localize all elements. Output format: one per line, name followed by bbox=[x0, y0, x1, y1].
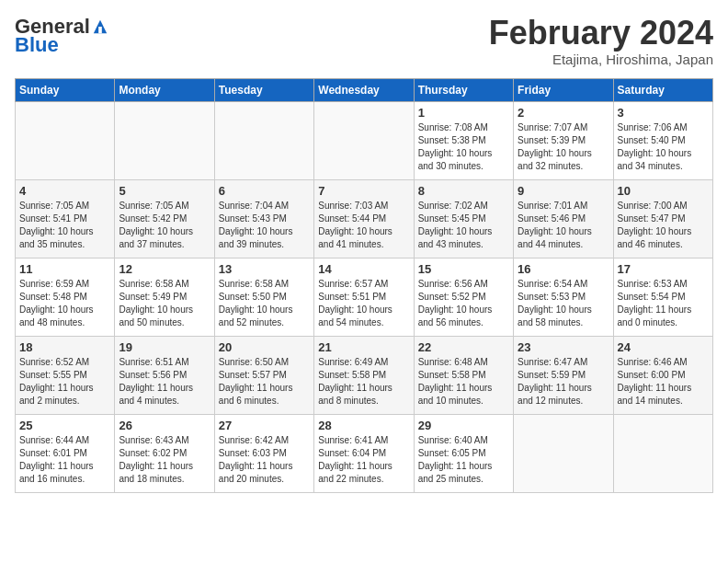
weekday-header-saturday: Saturday bbox=[613, 78, 712, 101]
day-info: Sunrise: 6:54 AM Sunset: 5:53 PM Dayligh… bbox=[518, 278, 609, 329]
day-number: 21 bbox=[318, 340, 409, 354]
calendar-title: February 2024 bbox=[489, 15, 713, 52]
calendar-cell: 28Sunrise: 6:41 AM Sunset: 6:04 PM Dayli… bbox=[314, 414, 414, 492]
day-info: Sunrise: 6:41 AM Sunset: 6:04 PM Dayligh… bbox=[318, 434, 409, 486]
calendar-cell bbox=[214, 101, 313, 179]
day-info: Sunrise: 6:53 AM Sunset: 5:54 PM Dayligh… bbox=[618, 278, 709, 329]
day-info: Sunrise: 6:48 AM Sunset: 5:58 PM Dayligh… bbox=[418, 356, 509, 408]
day-number: 15 bbox=[418, 262, 509, 276]
calendar-week-row: 11Sunrise: 6:59 AM Sunset: 5:48 PM Dayli… bbox=[16, 258, 713, 336]
day-number: 9 bbox=[518, 184, 609, 198]
day-number: 25 bbox=[19, 419, 110, 432]
day-info: Sunrise: 7:00 AM Sunset: 5:47 PM Dayligh… bbox=[618, 200, 709, 251]
calendar-cell: 5Sunrise: 7:05 AM Sunset: 5:42 PM Daylig… bbox=[115, 179, 214, 258]
day-number: 27 bbox=[219, 419, 310, 432]
day-number: 18 bbox=[19, 340, 110, 354]
calendar-cell: 21Sunrise: 6:49 AM Sunset: 5:58 PM Dayli… bbox=[314, 336, 414, 414]
calendar-cell: 4Sunrise: 7:05 AM Sunset: 5:41 PM Daylig… bbox=[16, 179, 115, 258]
day-info: Sunrise: 6:52 AM Sunset: 5:55 PM Dayligh… bbox=[19, 356, 110, 408]
calendar-cell: 3Sunrise: 7:06 AM Sunset: 5:40 PM Daylig… bbox=[613, 101, 712, 179]
calendar-cell bbox=[613, 414, 712, 492]
calendar-cell: 12Sunrise: 6:58 AM Sunset: 5:49 PM Dayli… bbox=[115, 258, 214, 336]
calendar-cell: 24Sunrise: 6:46 AM Sunset: 6:00 PM Dayli… bbox=[613, 336, 712, 414]
day-info: Sunrise: 6:46 AM Sunset: 6:00 PM Dayligh… bbox=[618, 356, 709, 408]
day-number: 8 bbox=[418, 184, 509, 198]
calendar-week-row: 18Sunrise: 6:52 AM Sunset: 5:55 PM Dayli… bbox=[16, 336, 713, 414]
calendar-cell: 29Sunrise: 6:40 AM Sunset: 6:05 PM Dayli… bbox=[414, 414, 513, 492]
calendar-cell bbox=[514, 414, 613, 492]
day-number: 13 bbox=[219, 262, 310, 276]
logo: General Blue bbox=[15, 15, 108, 57]
day-number: 3 bbox=[618, 106, 709, 120]
day-number: 10 bbox=[618, 184, 709, 198]
calendar-cell: 10Sunrise: 7:00 AM Sunset: 5:47 PM Dayli… bbox=[613, 179, 712, 258]
day-info: Sunrise: 6:43 AM Sunset: 6:02 PM Dayligh… bbox=[119, 434, 210, 486]
calendar-cell: 7Sunrise: 7:03 AM Sunset: 5:44 PM Daylig… bbox=[314, 179, 414, 258]
day-number: 22 bbox=[418, 340, 509, 354]
day-info: Sunrise: 6:51 AM Sunset: 5:56 PM Dayligh… bbox=[119, 356, 210, 408]
title-block: February 2024 Etajima, Hiroshima, Japan bbox=[489, 15, 713, 67]
calendar-cell: 26Sunrise: 6:43 AM Sunset: 6:02 PM Dayli… bbox=[115, 414, 214, 492]
day-info: Sunrise: 7:07 AM Sunset: 5:39 PM Dayligh… bbox=[518, 121, 609, 173]
day-number: 14 bbox=[318, 262, 409, 276]
logo-blue-text: Blue bbox=[15, 33, 59, 57]
calendar-cell bbox=[16, 101, 115, 179]
calendar-cell: 15Sunrise: 6:56 AM Sunset: 5:52 PM Dayli… bbox=[414, 258, 513, 336]
day-info: Sunrise: 6:47 AM Sunset: 5:59 PM Dayligh… bbox=[518, 356, 609, 408]
day-info: Sunrise: 6:57 AM Sunset: 5:51 PM Dayligh… bbox=[318, 278, 409, 329]
day-info: Sunrise: 6:56 AM Sunset: 5:52 PM Dayligh… bbox=[418, 278, 509, 329]
day-info: Sunrise: 6:49 AM Sunset: 5:58 PM Dayligh… bbox=[318, 356, 409, 408]
day-number: 23 bbox=[518, 340, 609, 354]
calendar-cell: 25Sunrise: 6:44 AM Sunset: 6:01 PM Dayli… bbox=[16, 414, 115, 492]
day-info: Sunrise: 7:01 AM Sunset: 5:46 PM Dayligh… bbox=[518, 200, 609, 251]
day-number: 2 bbox=[518, 106, 609, 120]
calendar-subtitle: Etajima, Hiroshima, Japan bbox=[489, 52, 713, 67]
day-number: 19 bbox=[119, 340, 210, 354]
day-number: 26 bbox=[119, 419, 210, 432]
day-number: 12 bbox=[119, 262, 210, 276]
weekday-header-thursday: Thursday bbox=[414, 78, 513, 101]
calendar-cell: 23Sunrise: 6:47 AM Sunset: 5:59 PM Dayli… bbox=[514, 336, 613, 414]
calendar-cell: 19Sunrise: 6:51 AM Sunset: 5:56 PM Dayli… bbox=[115, 336, 214, 414]
weekday-header-monday: Monday bbox=[115, 78, 214, 101]
calendar-table: SundayMondayTuesdayWednesdayThursdayFrid… bbox=[15, 78, 713, 493]
day-number: 11 bbox=[19, 262, 110, 276]
day-info: Sunrise: 7:08 AM Sunset: 5:38 PM Dayligh… bbox=[418, 121, 509, 173]
weekday-header-wednesday: Wednesday bbox=[314, 78, 414, 101]
calendar-cell: 27Sunrise: 6:42 AM Sunset: 6:03 PM Dayli… bbox=[214, 414, 313, 492]
day-info: Sunrise: 7:06 AM Sunset: 5:40 PM Dayligh… bbox=[618, 121, 709, 173]
weekday-header-tuesday: Tuesday bbox=[214, 78, 313, 101]
calendar-cell: 22Sunrise: 6:48 AM Sunset: 5:58 PM Dayli… bbox=[414, 336, 513, 414]
weekday-header-sunday: Sunday bbox=[16, 78, 115, 101]
day-info: Sunrise: 7:05 AM Sunset: 5:42 PM Dayligh… bbox=[119, 200, 210, 251]
calendar-header-row: SundayMondayTuesdayWednesdayThursdayFrid… bbox=[16, 78, 713, 101]
day-info: Sunrise: 7:04 AM Sunset: 5:43 PM Dayligh… bbox=[219, 200, 310, 251]
day-number: 29 bbox=[418, 419, 509, 432]
calendar-cell: 8Sunrise: 7:02 AM Sunset: 5:45 PM Daylig… bbox=[414, 179, 513, 258]
day-info: Sunrise: 7:03 AM Sunset: 5:44 PM Dayligh… bbox=[318, 200, 409, 251]
calendar-cell bbox=[314, 101, 414, 179]
day-info: Sunrise: 6:44 AM Sunset: 6:01 PM Dayligh… bbox=[19, 434, 110, 486]
day-info: Sunrise: 6:50 AM Sunset: 5:57 PM Dayligh… bbox=[219, 356, 310, 408]
calendar-cell: 9Sunrise: 7:01 AM Sunset: 5:46 PM Daylig… bbox=[514, 179, 613, 258]
calendar-cell: 1Sunrise: 7:08 AM Sunset: 5:38 PM Daylig… bbox=[414, 101, 513, 179]
day-info: Sunrise: 6:59 AM Sunset: 5:48 PM Dayligh… bbox=[19, 278, 110, 329]
calendar-week-row: 25Sunrise: 6:44 AM Sunset: 6:01 PM Dayli… bbox=[16, 414, 713, 492]
day-number: 16 bbox=[518, 262, 609, 276]
logo-icon bbox=[92, 18, 108, 35]
day-info: Sunrise: 6:58 AM Sunset: 5:49 PM Dayligh… bbox=[119, 278, 210, 329]
day-number: 1 bbox=[418, 106, 509, 120]
day-info: Sunrise: 6:42 AM Sunset: 6:03 PM Dayligh… bbox=[219, 434, 310, 486]
day-info: Sunrise: 7:02 AM Sunset: 5:45 PM Dayligh… bbox=[418, 200, 509, 251]
calendar-cell: 20Sunrise: 6:50 AM Sunset: 5:57 PM Dayli… bbox=[214, 336, 313, 414]
day-number: 5 bbox=[119, 184, 210, 198]
day-info: Sunrise: 6:40 AM Sunset: 6:05 PM Dayligh… bbox=[418, 434, 509, 486]
day-number: 6 bbox=[219, 184, 310, 198]
calendar-cell: 13Sunrise: 6:58 AM Sunset: 5:50 PM Dayli… bbox=[214, 258, 313, 336]
day-number: 4 bbox=[19, 184, 110, 198]
calendar-cell: 6Sunrise: 7:04 AM Sunset: 5:43 PM Daylig… bbox=[214, 179, 313, 258]
svg-rect-1 bbox=[98, 27, 102, 33]
calendar-week-row: 4Sunrise: 7:05 AM Sunset: 5:41 PM Daylig… bbox=[16, 179, 713, 258]
weekday-header-friday: Friday bbox=[514, 78, 613, 101]
day-number: 7 bbox=[318, 184, 409, 198]
